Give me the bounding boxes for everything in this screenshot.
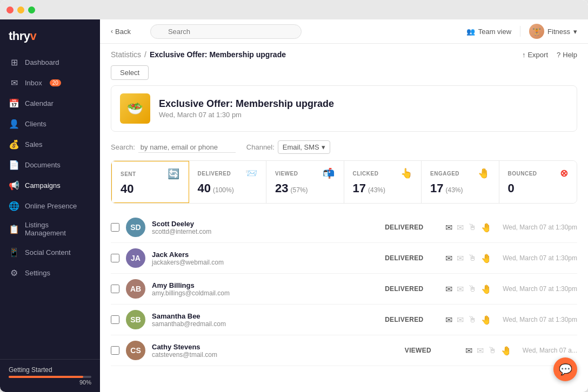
sent-stat-icon: 🔄 bbox=[168, 168, 180, 180]
open-icon[interactable]: ✉ bbox=[457, 253, 464, 263]
search-input[interactable] bbox=[150, 24, 302, 39]
sidebar-item-label: Dashboard bbox=[25, 58, 59, 66]
logo: thryv bbox=[0, 19, 100, 50]
top-bar: ‹ Back 🔍 👥 Team view 🏋️ Fitness bbox=[100, 19, 588, 44]
user-menu[interactable]: 🏋️ Fitness ▾ bbox=[529, 24, 577, 39]
campaign-card: 🥗 Exclusive Offer: Membership upgrade We… bbox=[111, 85, 577, 132]
stat-sub-clicked: (43%) bbox=[368, 186, 385, 194]
open-icon[interactable]: ✉ bbox=[457, 284, 464, 294]
click-icon[interactable]: 🖱 bbox=[468, 284, 477, 294]
channel-filter: Channel: Email, SMS ▾ bbox=[246, 140, 330, 154]
contact-date: Wed, March 07 at 1:30pm bbox=[503, 224, 577, 231]
back-label: Back bbox=[115, 28, 131, 36]
contact-email: samanthab@redmail.com bbox=[152, 320, 378, 328]
stat-card-sent[interactable]: SENT 🔄 40 bbox=[111, 160, 190, 204]
contact-checkbox[interactable] bbox=[111, 315, 119, 324]
sidebar-item-label: Settings bbox=[25, 269, 50, 277]
stat-card-viewed[interactable]: VIEWED 📬 23(57%) bbox=[266, 161, 344, 203]
sidebar-item-social[interactable]: 📱 Social Content bbox=[0, 242, 100, 262]
email-icon[interactable]: ✉ bbox=[445, 284, 452, 294]
select-button[interactable]: Select bbox=[111, 65, 149, 80]
contact-row: JA Jack Akers jackakers@webmail.com DELI… bbox=[111, 243, 577, 274]
sidebar-item-clients[interactable]: 👤 Clients bbox=[0, 113, 100, 134]
engage-icon[interactable]: 🤚 bbox=[481, 222, 492, 233]
back-button[interactable]: ‹ Back bbox=[111, 28, 131, 36]
help-button[interactable]: ? Help bbox=[557, 51, 577, 59]
contact-action-icons: ✉ ✉ 🖱 🤚 bbox=[445, 253, 492, 263]
sidebar-item-label: Campaigns bbox=[25, 181, 61, 190]
documents-icon: 📄 bbox=[9, 159, 19, 170]
sidebar-item-label: Inbox bbox=[25, 79, 42, 87]
contact-checkbox[interactable] bbox=[111, 254, 119, 262]
contact-info: Amy Billings amy.billings@coldmail.com bbox=[152, 281, 378, 297]
page-actions: ↑ Export ? Help bbox=[522, 51, 577, 59]
sidebar-item-calendar[interactable]: 📅 Calendar bbox=[0, 93, 100, 113]
engage-icon[interactable]: 🤚 bbox=[481, 284, 492, 294]
open-icon[interactable]: ✉ bbox=[477, 346, 484, 356]
engage-icon[interactable]: 🤚 bbox=[481, 253, 492, 263]
contact-search-input[interactable] bbox=[138, 142, 236, 153]
email-icon[interactable]: ✉ bbox=[445, 253, 452, 263]
stat-card-bounced[interactable]: BOUNCED ⊗ 0 bbox=[499, 161, 577, 203]
stat-label-delivered: DELIVERED 📨 bbox=[198, 167, 258, 179]
sidebar-item-label: Listings Management bbox=[25, 221, 91, 237]
stat-card-clicked[interactable]: CLICKED 👆 17(43%) bbox=[344, 161, 422, 203]
delivered-stat-icon: 📨 bbox=[245, 167, 258, 179]
app-body: thryv ⊞ Dashboard ✉ Inbox 20 📅 Calendar … bbox=[0, 19, 588, 392]
contact-status: DELIVERED bbox=[385, 254, 439, 262]
sidebar-item-campaigns[interactable]: 📢 Campaigns bbox=[0, 175, 100, 195]
chat-button[interactable]: 💬 bbox=[553, 357, 577, 381]
channel-select[interactable]: Email, SMS ▾ bbox=[278, 140, 330, 154]
click-icon[interactable]: 🖱 bbox=[468, 315, 477, 325]
sidebar-item-listings[interactable]: 📋 Listings Management bbox=[0, 216, 100, 242]
open-icon[interactable]: ✉ bbox=[457, 315, 464, 325]
minimize-button[interactable] bbox=[17, 6, 24, 13]
campaign-thumb-icon: 🥗 bbox=[127, 101, 143, 116]
contact-info: Scott Deeley scottd@internet.com bbox=[152, 220, 378, 235]
sidebar-item-dashboard[interactable]: ⊞ Dashboard bbox=[0, 52, 100, 72]
contact-avatar: JA bbox=[126, 248, 145, 268]
clicked-stat-icon: 👆 bbox=[400, 167, 413, 179]
sidebar-item-documents[interactable]: 📄 Documents bbox=[0, 154, 100, 175]
page-header: Statistics / Exclusive Offer: Membership… bbox=[100, 44, 588, 63]
stat-card-engaged[interactable]: ENGAGED 🤚 17(43%) bbox=[422, 161, 499, 203]
open-icon[interactable]: ✉ bbox=[457, 222, 464, 233]
click-icon[interactable]: 🖱 bbox=[488, 346, 497, 355]
contact-info: Cathy Stevens catstevens@tmail.com bbox=[152, 343, 398, 359]
close-button[interactable] bbox=[6, 6, 14, 13]
campaign-info: Exclusive Offer: Membership upgrade Wed,… bbox=[159, 98, 334, 119]
email-icon[interactable]: ✉ bbox=[445, 222, 452, 233]
email-icon[interactable]: ✉ bbox=[465, 346, 472, 356]
maximize-button[interactable] bbox=[28, 6, 35, 13]
click-icon[interactable]: 🖱 bbox=[468, 222, 477, 232]
contact-name: Samantha Bee bbox=[152, 312, 378, 320]
contact-avatar: CS bbox=[126, 341, 145, 360]
campaign-thumbnail: 🥗 bbox=[120, 93, 150, 124]
contact-checkbox[interactable] bbox=[111, 346, 119, 355]
traffic-lights bbox=[6, 6, 35, 13]
team-view-button[interactable]: 👥 Team view bbox=[466, 28, 511, 36]
help-label: Help bbox=[563, 51, 577, 59]
sidebar-item-inbox[interactable]: ✉ Inbox 20 bbox=[0, 72, 100, 93]
engage-icon[interactable]: 🤚 bbox=[481, 315, 492, 325]
stat-sub-delivered: (100%) bbox=[213, 186, 234, 194]
email-icon[interactable]: ✉ bbox=[445, 315, 452, 325]
breadcrumb: Statistics / Exclusive Offer: Membership… bbox=[111, 50, 286, 59]
breadcrumb-parent[interactable]: Statistics bbox=[111, 50, 141, 59]
engage-icon[interactable]: 🤚 bbox=[501, 346, 512, 356]
contact-status: DELIVERED bbox=[385, 316, 439, 323]
getting-started-label: Getting Started bbox=[9, 366, 91, 374]
contact-checkbox[interactable] bbox=[111, 285, 119, 293]
stat-label-engaged: ENGAGED 🤚 bbox=[430, 167, 490, 179]
sidebar-item-settings[interactable]: ⚙ Settings bbox=[0, 262, 100, 283]
contact-status: VIEWED bbox=[405, 347, 459, 354]
sidebar-item-sales[interactable]: 💰 Sales bbox=[0, 134, 100, 154]
export-button[interactable]: ↑ Export bbox=[522, 51, 548, 59]
contact-checkbox[interactable] bbox=[111, 223, 119, 232]
stat-card-delivered[interactable]: DELIVERED 📨 40(100%) bbox=[189, 161, 267, 203]
sidebar-item-label: Documents bbox=[25, 161, 61, 169]
sidebar-item-online-presence[interactable]: 🌐 Online Presence bbox=[0, 195, 100, 216]
sidebar-item-label: Online Presence bbox=[25, 202, 77, 210]
click-icon[interactable]: 🖱 bbox=[468, 253, 477, 263]
contacts-list: SD Scott Deeley scottd@internet.com DELI… bbox=[100, 212, 588, 392]
